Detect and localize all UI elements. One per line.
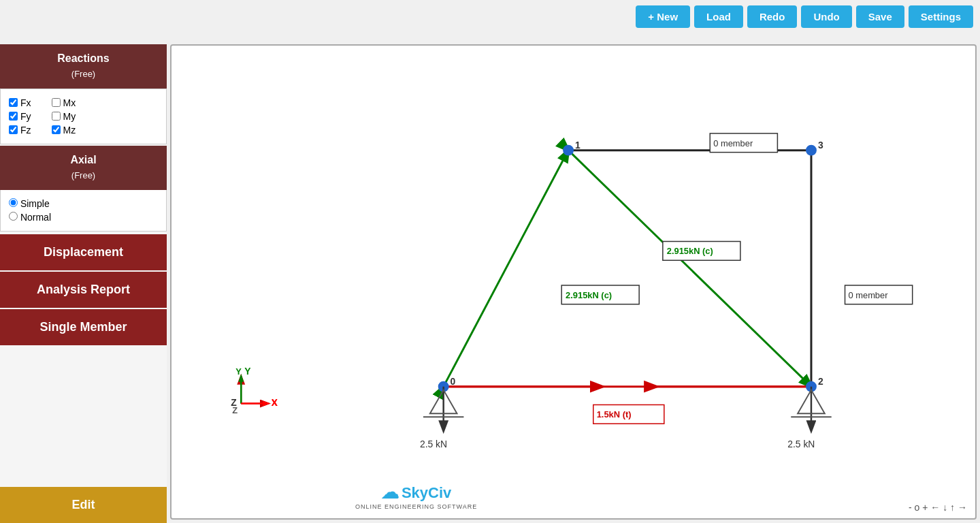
checkbox-my[interactable]: My (52, 111, 76, 122)
skyciv-logo: ☁ SkyCiv ONLINE ENGINEERING SOFTWARE (355, 482, 477, 510)
new-button[interactable]: + New (636, 5, 690, 28)
displacement-button[interactable]: Displacement (0, 234, 167, 270)
axial-header: Axial (Free) (0, 146, 167, 190)
checkbox-mx[interactable]: Mx (52, 97, 76, 108)
svg-text:3: 3 (818, 140, 823, 150)
svg-text:X: X (272, 398, 278, 408)
checkbox-fy[interactable]: Fy (9, 111, 31, 122)
single-member-button[interactable]: Single Member (0, 309, 167, 345)
logo-tagline: ONLINE ENGINEERING SOFTWARE (355, 503, 477, 510)
svg-point-19 (806, 145, 817, 156)
svg-text:2.5 kN: 2.5 kN (787, 439, 815, 449)
svg-text:0 member: 0 member (849, 290, 889, 300)
analysis-report-button[interactable]: Analysis Report (0, 272, 167, 308)
svg-text:2.915kN (c): 2.915kN (c) (667, 246, 713, 256)
redo-button[interactable]: Redo (747, 5, 798, 28)
checkbox-fz[interactable]: Fz (9, 125, 31, 136)
save-button[interactable]: Save (856, 5, 904, 28)
svg-text:2.915kN (c): 2.915kN (c) (566, 290, 612, 300)
reactions-header: Reactions (Free) (0, 44, 167, 89)
checkbox-fx[interactable]: Fx (9, 97, 31, 108)
svg-text:Y: Y (244, 366, 251, 377)
checkboxes-section: Fx Mx Fy My Fz Mz (0, 89, 167, 144)
svg-text:1: 1 (575, 140, 581, 150)
left-panel: Reactions (Free) Fx Mx Fy My Fz Mz Axial… (0, 44, 167, 523)
toolbar: + New Load Redo Undo Save Settings (636, 5, 973, 28)
zoom-controls[interactable]: - o + ← ↓ ↑ → (909, 502, 967, 513)
svg-marker-42 (263, 400, 271, 406)
svg-text:0: 0 (451, 376, 456, 387)
svg-point-15 (563, 145, 574, 156)
svg-line-8 (444, 150, 568, 387)
radio-normal[interactable]: Normal (9, 212, 51, 223)
undo-button[interactable]: Undo (801, 5, 851, 28)
canvas-area: Y X Z (170, 44, 977, 520)
settings-button[interactable]: Settings (909, 5, 973, 28)
edit-button[interactable]: Edit (0, 487, 167, 523)
radio-simple[interactable]: Simple (9, 198, 50, 209)
cloud-icon: ☁ (381, 482, 399, 503)
svg-text:0 member: 0 member (713, 138, 753, 148)
svg-text:Z: Z (232, 405, 238, 415)
structure-diagram: Y X Z (172, 46, 975, 518)
radio-section: Simple Normal (0, 190, 167, 232)
svg-text:2: 2 (818, 376, 823, 387)
load-button[interactable]: Load (694, 5, 743, 28)
brand-name: SkyCiv (402, 484, 451, 502)
svg-text:Y: Y (235, 366, 242, 377)
svg-line-9 (568, 150, 811, 387)
svg-text:2.5 kN: 2.5 kN (420, 439, 447, 449)
svg-text:1.5kN (t): 1.5kN (t) (597, 409, 632, 419)
checkbox-mz[interactable]: Mz (52, 125, 76, 136)
